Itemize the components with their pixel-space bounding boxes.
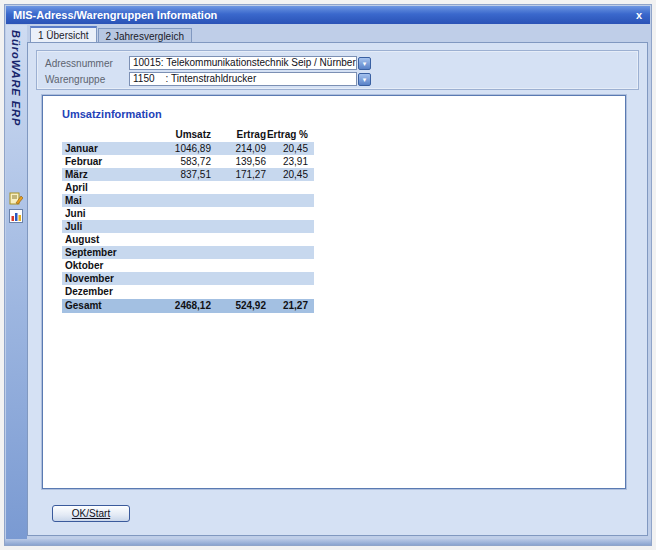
month-cell: Juli xyxy=(62,220,131,233)
title-bar: MIS-Adress/Warengruppen Information x xyxy=(6,6,650,24)
month-cell: Oktober xyxy=(62,259,131,272)
window-body: BüroWARE ERP xyxy=(5,25,651,539)
table-total-row: Gesamt 2468,12 524,92 21,27 xyxy=(62,299,314,313)
month-cell: Februar xyxy=(62,155,131,168)
table-row: September xyxy=(62,246,314,259)
table-row: Januar 1046,89 214,09 20,45 xyxy=(62,142,314,155)
table-row: Juli xyxy=(62,220,314,233)
filter-groupbox: Adressnummer 10015: Telekommunikationste… xyxy=(36,50,639,90)
table-header-row: Umsatz Ertrag Ertrag % xyxy=(62,128,314,141)
warengruppe-field[interactable]: 1150 : Tintenstrahldrucker xyxy=(129,72,357,86)
close-button[interactable]: x xyxy=(632,9,646,22)
month-cell: Januar xyxy=(62,142,131,155)
table-row: Februar 583,72 139,56 23,91 xyxy=(62,155,314,168)
umsatz-cell: 583,72 xyxy=(131,155,211,168)
month-cell: Mai xyxy=(62,194,131,207)
total-ertrag-cell: 524,92 xyxy=(211,299,266,313)
ok-start-button[interactable]: OK/Start xyxy=(52,505,130,522)
ertrag-cell: 139,56 xyxy=(211,155,266,168)
adressnummer-row: Adressnummer 10015: Telekommunikationste… xyxy=(37,55,638,71)
table-row: April xyxy=(62,181,314,194)
edit-note-icon[interactable] xyxy=(9,191,23,205)
chart-icon[interactable] xyxy=(9,209,23,223)
total-ertrag-pct-cell: 21,27 xyxy=(266,299,311,313)
adressnummer-label: Adressnummer xyxy=(45,58,129,69)
window-bottom-frame xyxy=(5,539,651,545)
month-cell: Juni xyxy=(62,207,131,220)
warengruppe-lookup-button[interactable]: ▾ xyxy=(358,73,371,86)
total-umsatz-cell: 2468,12 xyxy=(131,299,211,313)
table-row: Dezember xyxy=(62,285,314,298)
brand-logo: BüroWARE ERP xyxy=(10,30,22,126)
umsatz-panel: Umsatzinformation Umsatz Ertrag Ertrag %… xyxy=(42,95,626,489)
warengruppe-row: Warengruppe 1150 : Tintenstrahldrucker ▾ xyxy=(37,71,638,87)
month-cell: September xyxy=(62,246,131,259)
tab-jahresvergleich[interactable]: 2 Jahresvergleich xyxy=(98,28,192,42)
ertrag-pct-header-cell: Ertrag % xyxy=(266,128,311,141)
tab-uebersicht[interactable]: 1 Übersicht xyxy=(30,26,97,42)
sidebar: BüroWARE ERP xyxy=(6,25,27,539)
main-area: 1 Übersicht 2 Jahresvergleich Adressnumm… xyxy=(27,25,651,539)
umsatz-title: Umsatzinformation xyxy=(62,108,606,120)
ertrag-pct-cell: 20,45 xyxy=(266,142,311,155)
content-panel: Adressnummer 10015: Telekommunikationste… xyxy=(27,42,648,536)
umsatz-cell: 1046,89 xyxy=(131,142,211,155)
tab-bar: 1 Übersicht 2 Jahresvergleich xyxy=(27,25,651,42)
month-cell: November xyxy=(62,272,131,285)
table-row: März 837,51 171,27 20,45 xyxy=(62,168,314,181)
adressnummer-lookup-button[interactable]: ▾ xyxy=(358,57,371,70)
umsatz-cell: 837,51 xyxy=(131,168,211,181)
month-cell: März xyxy=(62,168,131,181)
window-title: MIS-Adress/Warengruppen Information xyxy=(13,9,632,21)
ertrag-cell: 214,09 xyxy=(211,142,266,155)
month-cell: Dezember xyxy=(62,285,131,298)
chevron-down-icon: ▾ xyxy=(363,76,367,83)
month-cell: April xyxy=(62,181,131,194)
warengruppe-label: Warengruppe xyxy=(45,74,129,85)
ertrag-pct-cell: 20,45 xyxy=(266,168,311,181)
ertrag-pct-cell: 23,91 xyxy=(266,155,311,168)
table-row: Juni xyxy=(62,207,314,220)
chevron-down-icon: ▾ xyxy=(363,60,367,67)
total-label-cell: Gesamt xyxy=(62,299,131,313)
table-row: Mai xyxy=(62,194,314,207)
umsatz-table: Umsatz Ertrag Ertrag % Januar 1046,89 21… xyxy=(62,128,314,313)
ertrag-header-cell: Ertrag xyxy=(211,128,266,141)
month-cell: August xyxy=(62,233,131,246)
adressnummer-field[interactable]: 10015: Telekommunikationstechnik Seip / … xyxy=(129,56,357,70)
ertrag-cell: 171,27 xyxy=(211,168,266,181)
app-window: MIS-Adress/Warengruppen Information x Bü… xyxy=(4,4,652,546)
table-row: August xyxy=(62,233,314,246)
table-row: November xyxy=(62,272,314,285)
umsatz-header-cell: Umsatz xyxy=(131,128,211,141)
sidebar-toolbar xyxy=(9,191,23,223)
table-row: Oktober xyxy=(62,259,314,272)
